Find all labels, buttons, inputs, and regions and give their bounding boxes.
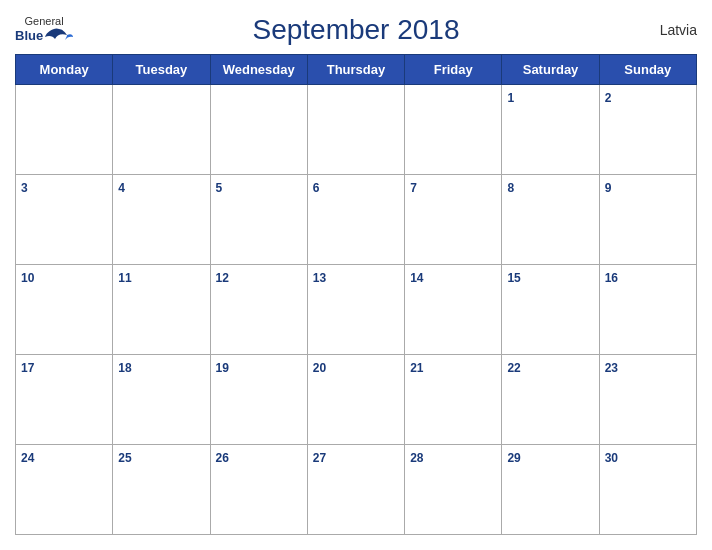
calendar-cell: 30	[599, 445, 696, 535]
day-header-friday: Friday	[405, 55, 502, 85]
day-number: 19	[216, 361, 229, 375]
day-number: 28	[410, 451, 423, 465]
calendar-cell: 12	[210, 265, 307, 355]
day-header-sunday: Sunday	[599, 55, 696, 85]
calendar-cell: 5	[210, 175, 307, 265]
day-number: 2	[605, 91, 612, 105]
day-number: 9	[605, 181, 612, 195]
day-number: 11	[118, 271, 131, 285]
calendar-cell: 13	[307, 265, 404, 355]
calendar-cell: 1	[502, 85, 599, 175]
day-number: 8	[507, 181, 514, 195]
day-number: 3	[21, 181, 28, 195]
logo-general-text: General	[25, 16, 64, 27]
day-number: 30	[605, 451, 618, 465]
day-number: 13	[313, 271, 326, 285]
calendar-cell: 8	[502, 175, 599, 265]
calendar-cell: 24	[16, 445, 113, 535]
calendar-cell	[210, 85, 307, 175]
calendar-cell	[307, 85, 404, 175]
calendar-table: MondayTuesdayWednesdayThursdayFridaySatu…	[15, 54, 697, 535]
calendar-cell: 19	[210, 355, 307, 445]
calendar-cell: 23	[599, 355, 696, 445]
day-number: 14	[410, 271, 423, 285]
day-number: 4	[118, 181, 125, 195]
calendar-cell	[405, 85, 502, 175]
logo-blue-text: Blue	[15, 29, 43, 42]
day-number: 23	[605, 361, 618, 375]
day-number: 12	[216, 271, 229, 285]
day-number: 18	[118, 361, 131, 375]
calendar-cell: 14	[405, 265, 502, 355]
day-number: 21	[410, 361, 423, 375]
calendar-cell: 2	[599, 85, 696, 175]
calendar-header-row: MondayTuesdayWednesdayThursdayFridaySatu…	[16, 55, 697, 85]
day-header-tuesday: Tuesday	[113, 55, 210, 85]
day-number: 6	[313, 181, 320, 195]
country-label: Latvia	[660, 22, 697, 38]
calendar-cell: 15	[502, 265, 599, 355]
day-number: 27	[313, 451, 326, 465]
day-header-saturday: Saturday	[502, 55, 599, 85]
day-header-thursday: Thursday	[307, 55, 404, 85]
calendar-cell: 22	[502, 355, 599, 445]
calendar-header: General Blue September 2018 Latvia	[15, 10, 697, 46]
page-title: September 2018	[252, 14, 459, 46]
day-number: 17	[21, 361, 34, 375]
calendar-week-row: 17181920212223	[16, 355, 697, 445]
day-number: 20	[313, 361, 326, 375]
calendar-cell: 10	[16, 265, 113, 355]
calendar-cell: 7	[405, 175, 502, 265]
calendar-week-row: 12	[16, 85, 697, 175]
calendar-cell	[16, 85, 113, 175]
day-number: 10	[21, 271, 34, 285]
day-number: 16	[605, 271, 618, 285]
day-number: 24	[21, 451, 34, 465]
calendar-body: 1234567891011121314151617181920212223242…	[16, 85, 697, 535]
day-header-wednesday: Wednesday	[210, 55, 307, 85]
calendar-week-row: 24252627282930	[16, 445, 697, 535]
calendar-cell: 4	[113, 175, 210, 265]
calendar-cell: 17	[16, 355, 113, 445]
calendar-cell: 11	[113, 265, 210, 355]
calendar-week-row: 3456789	[16, 175, 697, 265]
day-number: 7	[410, 181, 417, 195]
day-number: 22	[507, 361, 520, 375]
calendar-cell: 26	[210, 445, 307, 535]
calendar-cell: 20	[307, 355, 404, 445]
day-header-monday: Monday	[16, 55, 113, 85]
day-number: 15	[507, 271, 520, 285]
day-number: 1	[507, 91, 514, 105]
logo: General Blue	[15, 16, 73, 45]
day-number: 29	[507, 451, 520, 465]
calendar-cell: 25	[113, 445, 210, 535]
day-number: 26	[216, 451, 229, 465]
calendar-cell: 21	[405, 355, 502, 445]
calendar-cell: 27	[307, 445, 404, 535]
calendar-cell	[113, 85, 210, 175]
calendar-cell: 9	[599, 175, 696, 265]
day-number: 25	[118, 451, 131, 465]
calendar-week-row: 10111213141516	[16, 265, 697, 355]
calendar-cell: 16	[599, 265, 696, 355]
calendar-cell: 18	[113, 355, 210, 445]
day-number: 5	[216, 181, 223, 195]
calendar-cell: 29	[502, 445, 599, 535]
calendar-cell: 6	[307, 175, 404, 265]
calendar-cell: 28	[405, 445, 502, 535]
calendar-cell: 3	[16, 175, 113, 265]
logo-bird-icon	[45, 27, 73, 45]
